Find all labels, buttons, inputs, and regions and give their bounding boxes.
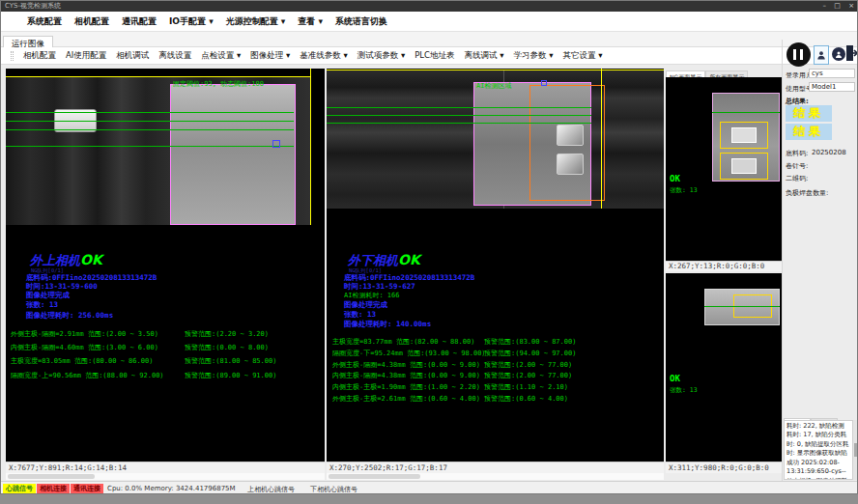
- thumb-view-2[interactable]: OK 张数: 13: [666, 273, 782, 462]
- minimize-button[interactable]: –: [823, 2, 827, 10]
- toolbar-offline-settings[interactable]: 离线设置: [158, 50, 191, 62]
- measure-line-green: [6, 129, 294, 130]
- close-button[interactable]: ×: [848, 2, 854, 10]
- warn-range: 预警范围:(2.00 ~ 77.00): [484, 360, 572, 370]
- warn-range: 预警范围:(83.00 ~ 87.00): [484, 337, 576, 347]
- warn-range: 预警范围:(89.00 ~ 91.00): [185, 371, 276, 380]
- measurement-row: 内侧主极-隔圈=4.60mm 范围:(3.00 ~ 6.00): [11, 343, 158, 352]
- comm-connection-badge: 通讯连接: [71, 484, 103, 493]
- measure-line-green: [327, 107, 591, 108]
- logout-button[interactable]: [845, 43, 858, 63]
- pause-button[interactable]: [786, 42, 811, 67]
- batch-code-value: 20250208: [812, 149, 846, 156]
- user-account-button[interactable]: [832, 47, 845, 61]
- thumb-info-line: 张数: 13: [670, 386, 698, 395]
- toolbar-camera-config[interactable]: 相机配置: [23, 50, 56, 62]
- maximize-button[interactable]: □: [834, 2, 841, 10]
- measure-line-green: [712, 112, 780, 113]
- thumb-view-1[interactable]: OK 张数: 13: [666, 77, 782, 261]
- defect-crop-thumbnail: [731, 127, 757, 143]
- user-login-button[interactable]: [814, 45, 829, 65]
- roi-marker-blue: [272, 140, 280, 148]
- menu-item-camera-config[interactable]: 相机配置: [74, 15, 109, 28]
- camera-view-lower-outer[interactable]: AI检测区域 外下相机OK NG队列[0/1] 底料码:0FFIino20250…: [327, 69, 664, 462]
- menu-item-view[interactable]: 查看 ▾: [298, 15, 323, 28]
- measurement-row: 隔圈宽度-上=90.56mm 范围:(88.00 ~ 92.00): [11, 371, 164, 380]
- hscroll-thumb[interactable]: [329, 474, 420, 479]
- measure-line-green: [327, 115, 591, 116]
- menu-item-io-config[interactable]: IO手配置 ▾: [169, 15, 214, 28]
- warn-range: 预警范围:(2.00 ~ 77.00): [484, 371, 572, 380]
- menu-item-comm-config[interactable]: 通讯配置: [122, 15, 157, 28]
- toolbar-spotcheck-settings[interactable]: 点检设置 ▾: [201, 50, 241, 62]
- log-tab-strip: 运行日志缺陷显示统计信息: [784, 410, 858, 420]
- toolbar-learning-params[interactable]: 学习参数 ▾: [513, 50, 553, 62]
- menu-bar: 系统配置 相机配置 通讯配置 IO手配置 ▾ 光源控制配置 ▾ 查看 ▾ 系统语…: [1, 12, 857, 32]
- measure-line-green: [704, 306, 780, 307]
- measure-line-green: [6, 146, 294, 147]
- person-icon: [816, 49, 826, 61]
- measure-line-green: [6, 112, 294, 113]
- status-bar: 心跳信号 相机连接 通讯连接 Cpu: 0.0% Memory: 3424.41…: [1, 481, 857, 494]
- measurement-row: 内侧主极-主极=1.90mm 范围:(1.00 ~ 2.20): [332, 382, 480, 392]
- toolbar-image-processing[interactable]: 图像处理 ▾: [250, 50, 290, 62]
- warn-range: 预警范围:(94.00 ~ 97.00): [484, 349, 576, 358]
- result-box-2: 结果: [786, 124, 832, 140]
- measurement-row: 内侧主极-隔圈=4.38mm 范围:(0.00 ~ 9.00): [332, 371, 480, 380]
- titlebar: CYS-视觉检测系统 – □ ×: [1, 1, 857, 12]
- toolbar-grip[interactable]: [11, 51, 14, 61]
- thumb-ok-label: OK: [670, 174, 680, 183]
- menu-item-system-config[interactable]: 系统配置: [27, 15, 62, 28]
- measurement-row: 外侧主极-隔圈=2.91mm 范围:(2.00 ~ 3.50): [11, 329, 158, 339]
- hscrollbar-right[interactable]: [327, 473, 664, 480]
- needle-id-label: 卷针号:: [786, 161, 808, 171]
- cpu-memory-readout: Cpu: 0.0% Memory: 3424.41796875M: [107, 485, 236, 492]
- measurement-row: 主极宽度=83.05mm 范围:(80.00 ~ 86.00): [11, 356, 153, 366]
- thumb-info-line: 张数: 13: [670, 186, 698, 195]
- menu-item-language-switch[interactable]: 系统语言切换: [335, 15, 387, 28]
- metal-tab-blob: [557, 154, 584, 175]
- result-box-1: 结果: [786, 105, 832, 122]
- measurement-row: 主极宽度=83.77mm 范围:(82.00 ~ 88.00): [332, 337, 474, 347]
- warn-range: 预警范围:(2.20 ~ 3.20): [185, 329, 269, 339]
- result-ok-label: OK: [80, 252, 102, 267]
- roi-marker-blue: [541, 80, 547, 86]
- heartbeat-status-badge: 心跳信号: [3, 484, 36, 493]
- hscrollbar-left[interactable]: [6, 473, 325, 480]
- threshold-label: 固定阈值:93, 动态阈值:100: [173, 79, 264, 89]
- process-done-label: 图像处理完成: [26, 291, 70, 300]
- toolbar-plc-address-table[interactable]: PLC地址表: [415, 50, 454, 62]
- ai-region-label: AI检测区域: [476, 81, 511, 91]
- thumb-tab-strip: NG画面显示所有画面显示最新画面显示: [666, 65, 782, 77]
- toolbar-other-settings[interactable]: 其它设置 ▾: [562, 50, 602, 62]
- toolbar-camera-debug[interactable]: 相机调试: [116, 50, 149, 62]
- log-scrollbar[interactable]: [853, 420, 858, 480]
- annotation-line-yellow-vertical: [601, 69, 602, 209]
- toolbar: 相机配置 AI使用配置 相机调试 离线设置 点检设置 ▾ 图像处理 ▾ 基准线参…: [1, 47, 857, 65]
- toolbar-ai-usage-config[interactable]: AI使用配置: [66, 50, 106, 62]
- pixel-coord-readout-thumb2: X:311;Y:980;R:0;G:0;B:0: [666, 462, 782, 473]
- log-text-area[interactable]: 耗时: 222, 缺陷检测耗时: 17, 缺陷分类耗时: 0, 缺陷提取分区耗时…: [784, 420, 853, 480]
- panel-divider: [782, 40, 783, 481]
- toolbar-offline-debug[interactable]: 离线调试 ▾: [465, 50, 504, 62]
- toolbar-test-params[interactable]: 测试项参数 ▾: [358, 50, 405, 62]
- login-user-field[interactable]: cys: [809, 69, 855, 78]
- negative-pad-count-label: 负极焊盘数量:: [786, 188, 828, 198]
- person-icon: [835, 50, 843, 59]
- warn-range: 预警范围:(81.00 ~ 85.00): [185, 356, 276, 366]
- measurement-row: 外侧主极-隔圈=4.38mm 范围:(0.00 ~ 9.00): [332, 360, 480, 370]
- metal-tab-blob: [557, 125, 584, 146]
- warn-range: 预警范围:(0.60 ~ 4.00): [484, 394, 568, 404]
- log-scroll-thumb[interactable]: [854, 443, 857, 457]
- camera-view-upper-outer[interactable]: 固定阈值:93, 动态阈值:100 外上相机OK NG队列[0/1] 底料码:0…: [6, 69, 325, 462]
- window-controls: – □ ×: [817, 1, 854, 12]
- toolbar-baseline-params[interactable]: 基准线参数 ▾: [300, 50, 347, 62]
- ai-time-label: AI检测耗时: 166: [344, 291, 400, 300]
- defect-crop-thumbnail: [731, 158, 757, 174]
- thumb-ok-label: OK: [670, 374, 680, 383]
- result-ok-label: OK: [398, 252, 420, 267]
- menu-item-light-config[interactable]: 光源控制配置 ▾: [226, 15, 286, 28]
- hscroll-thumb[interactable]: [8, 474, 95, 479]
- logout-door-icon: [845, 43, 858, 63]
- model-field[interactable]: Model1: [809, 82, 855, 92]
